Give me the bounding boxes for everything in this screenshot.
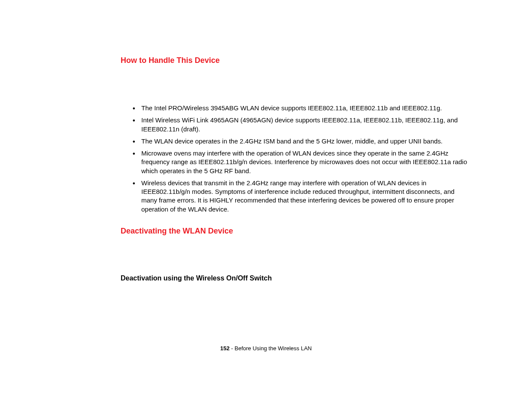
bullet-item: Wireless devices that transmit in the 2.…: [141, 179, 470, 214]
bullet-list: The Intel PRO/Wireless 3945ABG WLAN devi…: [121, 104, 470, 214]
page-number: 152: [220, 345, 230, 352]
section-heading-handle-device: How to Handle This Device: [121, 56, 470, 65]
bullet-item: Microwave ovens may interfere with the o…: [141, 149, 470, 175]
bullet-item: The Intel PRO/Wireless 3945ABG WLAN devi…: [141, 104, 470, 112]
subsection-heading-deactivation-switch: Deactivation using the Wireless On/Off S…: [121, 274, 470, 282]
bullet-item: Intel Wireless WiFi Link 4965AGN (4965AG…: [141, 116, 470, 134]
footer-separator: -: [230, 345, 235, 352]
page-footer: 152 - Before Using the Wireless LAN: [0, 345, 532, 352]
footer-section-title: Before Using the Wireless LAN: [235, 345, 312, 352]
section-heading-deactivating: Deactivating the WLAN Device: [121, 227, 470, 236]
bullet-item: The WLAN device operates in the 2.4GHz I…: [141, 137, 470, 146]
